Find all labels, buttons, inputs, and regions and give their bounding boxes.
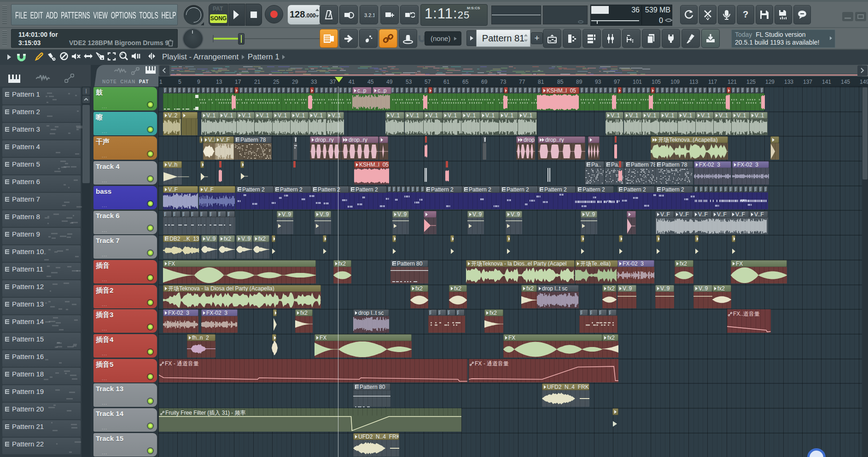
svg-text:3.2.1: 3.2.1 [364, 12, 374, 18]
svg-text:?: ? [743, 9, 748, 19]
